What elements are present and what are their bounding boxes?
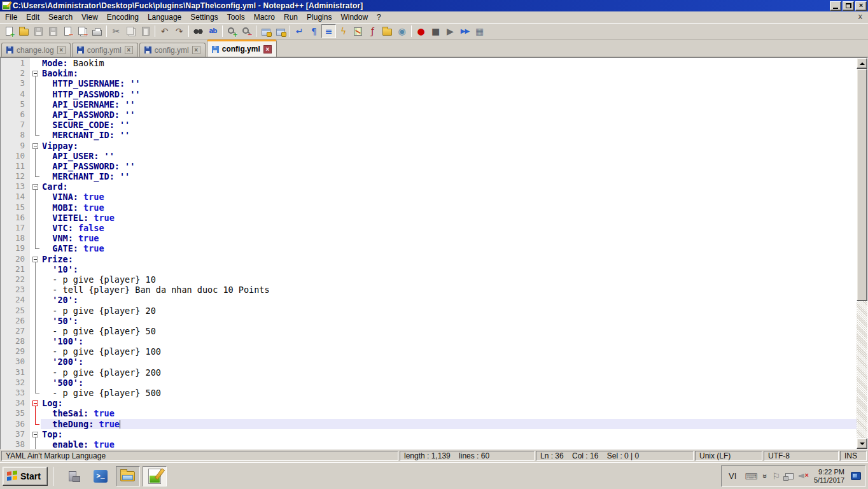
fold-marker[interactable] <box>30 141 41 151</box>
keyboard-icon[interactable]: ⌨ <box>745 471 757 481</box>
fold-marker[interactable] <box>30 398 41 408</box>
network-icon[interactable] <box>785 473 794 479</box>
menu-item-file[interactable]: File <box>1 12 22 22</box>
line-text[interactable]: '200': <box>41 357 857 367</box>
menu-item-run[interactable]: Run <box>279 12 302 22</box>
line-text[interactable]: MERCHANT_ID: '' <box>41 130 857 140</box>
line-text[interactable]: HTTP_PASSWORD: '' <box>41 89 857 99</box>
line-text[interactable]: MERCHANT_ID: '' <box>41 171 857 181</box>
line-text[interactable]: '500': <box>41 378 857 388</box>
flag-icon[interactable]: ⚐ <box>772 471 780 481</box>
zoom-in-icon[interactable]: + <box>225 24 239 38</box>
run-macro-multi-icon[interactable]: ▶▶ <box>458 24 472 38</box>
menu-item-language[interactable]: Language <box>143 12 186 22</box>
tab-config.yml-active[interactable]: config.yml× <box>207 39 277 57</box>
line-text[interactable]: Prize: <box>41 254 857 264</box>
line-text[interactable]: '10': <box>41 264 857 274</box>
server-manager-button[interactable] <box>62 466 83 486</box>
doc-map-icon[interactable] <box>351 24 365 38</box>
redo-icon[interactable]: ↷ <box>172 24 186 38</box>
line-text[interactable]: Top: <box>41 429 857 439</box>
menu-item-tools[interactable]: Tools <box>223 12 249 22</box>
menu-item-search[interactable]: Search <box>44 12 77 22</box>
save-icon[interactable] <box>31 24 46 38</box>
status-encoding[interactable]: UTF-8 <box>764 451 839 461</box>
menu-item-[interactable]: ? <box>372 12 386 22</box>
line-text[interactable]: '20': <box>41 295 857 305</box>
restore-button[interactable] <box>843 1 854 11</box>
line-text[interactable]: HTTP_USERNAME: '' <box>41 78 857 89</box>
line-text[interactable]: - p give {player} 10 <box>41 274 857 285</box>
stop-macro-icon[interactable]: ■ <box>428 24 443 38</box>
menu-close-doc-button[interactable]: X <box>853 13 867 21</box>
menu-item-edit[interactable]: Edit <box>22 12 44 22</box>
line-text[interactable]: - p give {player} 100 <box>41 346 857 357</box>
find-icon[interactable] <box>191 24 206 38</box>
close-doc-icon[interactable]: − <box>60 24 75 38</box>
volume-muted-icon[interactable]: × <box>799 472 809 480</box>
line-text[interactable]: - p give {player} 20 <box>41 306 857 316</box>
line-text[interactable]: API_PASSWORD: '' <box>41 161 857 171</box>
line-text[interactable]: MOBI: true <box>41 202 857 213</box>
chevron-up-icon[interactable]: » <box>760 474 769 478</box>
line-text[interactable]: Log: <box>41 398 857 408</box>
tab-change.log[interactable]: change.log× <box>1 43 71 57</box>
vertical-scrollbar[interactable] <box>857 58 867 449</box>
menu-item-view[interactable]: View <box>77 12 102 22</box>
function-list-icon[interactable]: ƒ <box>365 24 380 38</box>
minimize-button[interactable] <box>830 1 841 11</box>
explorer-window-button[interactable] <box>116 466 140 486</box>
save-macro-icon[interactable]: ▦ <box>472 24 487 38</box>
line-text[interactable]: theSai: true <box>41 408 857 418</box>
line-text[interactable]: GATE: true <box>41 243 857 253</box>
tab-close-icon[interactable]: × <box>57 46 66 54</box>
tray-clock[interactable]: 9:22 PM 5/11/2017 <box>814 468 844 485</box>
line-text[interactable]: - p give {player} 200 <box>41 367 857 378</box>
status-insert-mode[interactable]: INS <box>840 451 867 461</box>
status-eol-format[interactable]: Unix (LF) <box>695 451 762 461</box>
powershell-button[interactable]: >_ <box>90 466 111 486</box>
monitor-lightning-icon[interactable]: ϟ <box>336 24 351 38</box>
tab-config.yml[interactable]: config.yml× <box>72 43 138 57</box>
menu-item-macro[interactable]: Macro <box>249 12 279 22</box>
line-text[interactable]: Vippay: <box>41 141 857 151</box>
zoom-out-icon[interactable]: − <box>239 24 254 38</box>
line-text[interactable]: - p give {player} 50 <box>41 326 857 336</box>
scroll-down-button[interactable] <box>857 438 867 449</box>
line-text[interactable]: - tell {player} Ban da nhan duoc 10 Poin… <box>41 285 857 295</box>
notepadpp-app-icon[interactable] <box>2 1 11 10</box>
line-text[interactable]: VIETEL: true <box>41 213 857 223</box>
save-all-icon[interactable] <box>46 24 60 38</box>
sync-vertical-scroll-icon[interactable] <box>258 24 273 38</box>
line-text[interactable]: '50': <box>41 316 857 326</box>
line-text[interactable]: API_USERNAME: '' <box>41 99 857 110</box>
line-text[interactable]: '100': <box>41 336 857 346</box>
open-file-icon[interactable] <box>17 24 31 38</box>
line-text[interactable]: Baokim: <box>41 68 857 78</box>
tab-close-icon[interactable]: × <box>192 46 200 54</box>
line-text[interactable]: Mode: Baokim <box>41 58 857 68</box>
indent-guide-icon[interactable]: ≡ <box>321 24 336 38</box>
fold-marker[interactable] <box>30 254 41 264</box>
line-text[interactable]: SECURE_CODE: '' <box>41 120 857 130</box>
line-text[interactable]: VNM: true <box>41 233 857 243</box>
cut-icon[interactable]: ✂ <box>109 24 123 38</box>
word-wrap-icon[interactable]: ↵ <box>292 24 307 38</box>
menu-item-plugins[interactable]: Plugins <box>302 12 336 22</box>
tab-close-icon[interactable]: × <box>125 46 133 54</box>
line-text[interactable]: enable: true <box>41 439 857 449</box>
line-text[interactable]: Card: <box>41 181 857 192</box>
menu-item-window[interactable]: Window <box>336 12 372 22</box>
print-icon[interactable] <box>90 24 104 38</box>
close-button[interactable]: × <box>855 1 867 11</box>
monitoring-eye-icon[interactable]: ◉ <box>395 24 409 38</box>
record-macro-icon[interactable]: ● <box>414 24 428 38</box>
language-indicator[interactable]: VI <box>725 470 739 482</box>
tab-config.yml[interactable]: config.yml× <box>139 43 206 57</box>
sync-horizontal-scroll-icon[interactable] <box>273 24 288 38</box>
show-all-chars-icon[interactable]: ¶ <box>307 24 321 38</box>
new-file-icon[interactable]: + <box>2 24 17 38</box>
paste-icon[interactable] <box>138 24 153 38</box>
editor-text[interactable]: 1Mode: Baokim2Baokim:3 HTTP_USERNAME: ''… <box>1 58 857 449</box>
line-text[interactable]: theDung: true <box>41 419 857 429</box>
